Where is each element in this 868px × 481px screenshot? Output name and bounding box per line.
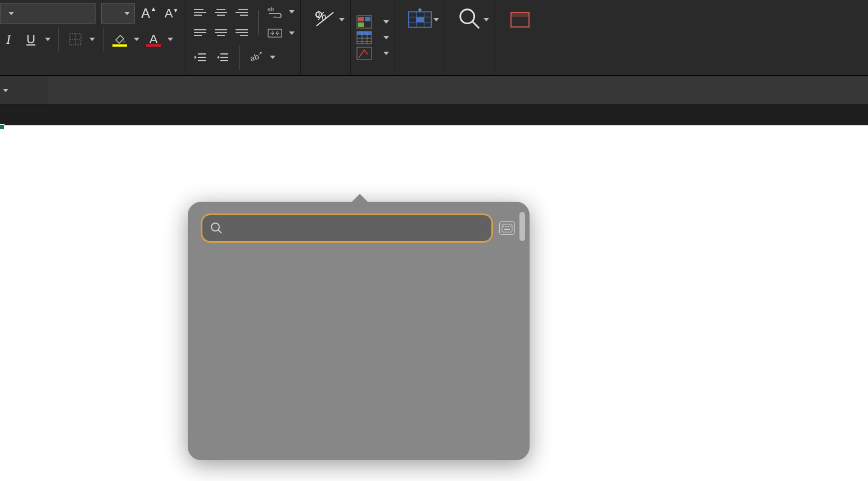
align-top-left[interactable] bbox=[192, 3, 210, 21]
chevron-down-icon[interactable] bbox=[289, 31, 295, 35]
search-icon bbox=[458, 7, 482, 31]
decrease-indent-button[interactable] bbox=[192, 49, 209, 66]
underline-button[interactable]: U bbox=[22, 31, 39, 48]
scrollbar-thumb[interactable] bbox=[519, 212, 525, 241]
svg-rect-10 bbox=[358, 17, 364, 21]
svg-rect-35 bbox=[508, 226, 509, 227]
chevron-down-icon bbox=[124, 12, 130, 15]
merge-center-button[interactable] bbox=[266, 25, 283, 42]
fill-color-button[interactable] bbox=[111, 31, 128, 48]
separator bbox=[258, 10, 259, 35]
outdent-icon bbox=[193, 52, 207, 63]
format-as-table-button[interactable] bbox=[356, 31, 389, 44]
orientation-icon: ab bbox=[249, 51, 263, 63]
chevron-down-icon[interactable] bbox=[89, 38, 95, 41]
formula-bar bbox=[0, 76, 868, 105]
svg-text:ab: ab bbox=[268, 6, 274, 12]
svg-rect-32 bbox=[502, 224, 512, 232]
alignment-group: ab ab bbox=[186, 0, 301, 75]
svg-rect-36 bbox=[510, 226, 511, 227]
alignment-grid bbox=[192, 3, 250, 42]
indent-icon bbox=[216, 52, 229, 63]
wrap-text-button[interactable]: ab bbox=[266, 3, 283, 20]
align-bottom-right[interactable] bbox=[232, 24, 250, 42]
svg-rect-12 bbox=[358, 22, 364, 27]
increase-font-size-button[interactable]: A▲ bbox=[141, 5, 157, 22]
chevron-down-icon[interactable] bbox=[3, 89, 8, 92]
cells-icon bbox=[408, 7, 432, 31]
emoji-picker-body bbox=[188, 202, 530, 460]
borders-icon bbox=[69, 33, 82, 46]
chevron-down-icon bbox=[383, 36, 389, 39]
chevron-down-icon[interactable] bbox=[433, 18, 439, 21]
svg-line-31 bbox=[218, 230, 221, 233]
bucket-icon bbox=[114, 33, 126, 46]
svg-rect-14 bbox=[357, 31, 372, 35]
addins-button[interactable] bbox=[501, 3, 539, 35]
svg-rect-33 bbox=[503, 226, 504, 227]
column-headers bbox=[0, 105, 868, 125]
percent-icon: % bbox=[313, 7, 338, 31]
table-icon bbox=[356, 31, 372, 44]
chevron-down-icon[interactable] bbox=[483, 18, 489, 21]
cell-selection-outline bbox=[0, 125, 3, 129]
font-size-dropdown[interactable] bbox=[101, 3, 135, 24]
align-bottom-center[interactable] bbox=[212, 24, 230, 42]
separator bbox=[58, 27, 59, 52]
cell-styles-button[interactable] bbox=[356, 47, 389, 60]
formula-input[interactable] bbox=[48, 76, 868, 105]
font-name-dropdown[interactable] bbox=[0, 3, 96, 24]
addins-group bbox=[495, 0, 545, 75]
svg-point-30 bbox=[211, 223, 219, 231]
emoji-picker bbox=[188, 202, 530, 460]
align-top-right[interactable] bbox=[232, 3, 250, 21]
editing-group bbox=[445, 0, 495, 75]
decrease-font-size-button[interactable]: A▼ bbox=[163, 5, 180, 22]
keyboard-icon bbox=[501, 224, 513, 233]
borders-button[interactable] bbox=[67, 31, 84, 48]
chevron-down-icon bbox=[383, 52, 389, 55]
svg-rect-37 bbox=[504, 229, 510, 230]
emoji-picker-pointer bbox=[351, 194, 369, 203]
font-color-button[interactable]: A bbox=[145, 31, 162, 48]
emoji-search-field[interactable] bbox=[202, 215, 491, 241]
orientation-button[interactable]: ab bbox=[247, 49, 264, 66]
chevron-down-icon[interactable] bbox=[339, 18, 345, 21]
chevron-down-icon bbox=[383, 20, 389, 24]
chevron-down-icon[interactable] bbox=[270, 56, 275, 59]
addins-icon bbox=[508, 7, 532, 31]
cells-group bbox=[395, 0, 445, 75]
search-icon bbox=[210, 222, 223, 234]
expand-character-viewer-button[interactable] bbox=[499, 221, 515, 235]
svg-line-27 bbox=[473, 22, 479, 28]
chevron-down-icon bbox=[8, 12, 14, 15]
chevron-down-icon[interactable] bbox=[45, 38, 51, 41]
conditional-formatting-icon bbox=[356, 15, 372, 29]
svg-rect-11 bbox=[365, 17, 370, 21]
emoji-search-input[interactable] bbox=[228, 220, 483, 236]
svg-rect-4 bbox=[268, 29, 282, 37]
svg-rect-25 bbox=[417, 17, 424, 22]
spreadsheet-grid[interactable] bbox=[0, 105, 868, 481]
chevron-down-icon[interactable] bbox=[168, 38, 173, 41]
svg-rect-34 bbox=[505, 226, 507, 227]
cell-styles-icon bbox=[356, 47, 372, 60]
number-group: % bbox=[301, 0, 351, 75]
chevron-down-icon[interactable] bbox=[289, 10, 295, 13]
conditional-formatting-button[interactable] bbox=[356, 15, 389, 29]
svg-text:ab: ab bbox=[249, 52, 260, 63]
merge-icon bbox=[268, 27, 282, 39]
font-group: A▲ A▼ I U A bbox=[0, 0, 186, 75]
align-top-center[interactable] bbox=[212, 3, 230, 21]
italic-button[interactable]: I bbox=[0, 31, 17, 48]
styles-group bbox=[351, 0, 395, 75]
separator bbox=[103, 27, 103, 52]
align-bottom-left[interactable] bbox=[192, 24, 210, 42]
svg-point-26 bbox=[460, 10, 474, 24]
chevron-down-icon[interactable] bbox=[134, 38, 139, 41]
wrap-text-icon: ab bbox=[268, 6, 282, 18]
ribbon: A▲ A▼ I U A bbox=[0, 0, 868, 76]
svg-rect-29 bbox=[511, 12, 529, 17]
increase-indent-button[interactable] bbox=[214, 49, 231, 66]
separator bbox=[239, 45, 239, 70]
